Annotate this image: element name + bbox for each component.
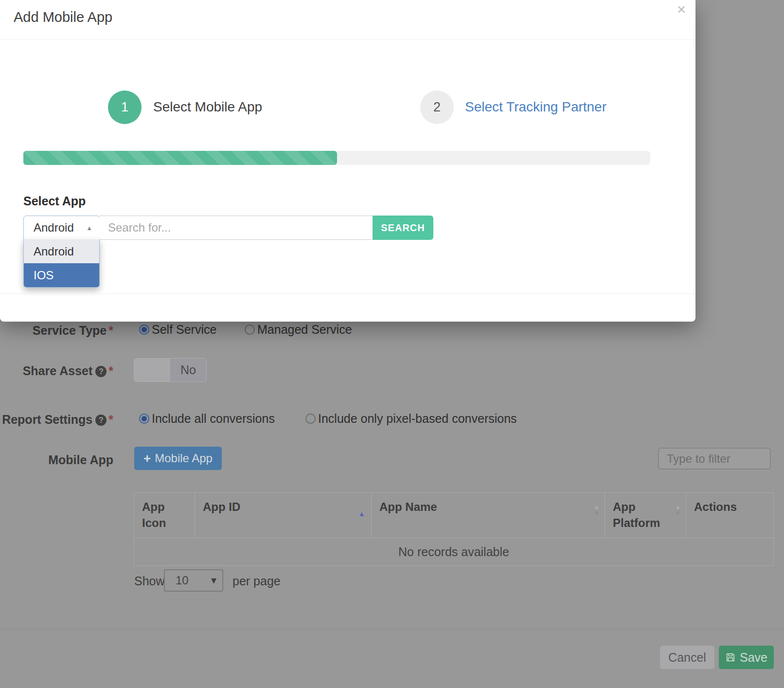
column-header-app-id[interactable]: App ID ▲ bbox=[195, 493, 372, 538]
table-header-row: App Icon App ID ▲ App Name ▲▼ App Platfo… bbox=[134, 492, 774, 538]
step-1-circle: 1 bbox=[108, 91, 142, 124]
page-size-value: 10 bbox=[176, 574, 189, 587]
progress-fill bbox=[23, 151, 337, 165]
sort-down-icon: ▼ bbox=[675, 510, 681, 516]
step-1-label: Select Mobile App bbox=[153, 99, 262, 115]
column-header-label: App Name bbox=[379, 500, 437, 513]
column-header-label: App ID bbox=[203, 500, 240, 513]
sort-asc-icon[interactable]: ▲ bbox=[358, 506, 365, 522]
column-header-actions: Actions bbox=[686, 493, 774, 538]
add-mobile-app-modal: Add Mobile App × 1 Select Mobile App 2 S… bbox=[0, 0, 695, 322]
step-2-circle[interactable]: 2 bbox=[420, 91, 454, 124]
table-empty-row: No records available bbox=[134, 538, 774, 566]
mobile-app-label: Mobile App bbox=[0, 453, 113, 467]
add-mobile-app-button-label: Mobile App bbox=[155, 452, 213, 465]
sort-icon[interactable]: ▲▼ bbox=[593, 504, 600, 516]
per-page-label: per page bbox=[232, 574, 281, 588]
service-type-label-text: Service Type bbox=[33, 324, 107, 337]
dropdown-option-android[interactable]: Android bbox=[24, 239, 99, 263]
sort-icon[interactable]: ▲▼ bbox=[675, 504, 681, 516]
radio-self-service[interactable] bbox=[139, 325, 149, 335]
modal-title: Add Mobile App bbox=[14, 9, 112, 25]
radio-managed-service-label: Managed Service bbox=[257, 323, 352, 337]
toggle-off-half: No bbox=[170, 359, 206, 381]
required-asterisk: * bbox=[107, 324, 113, 337]
cancel-button[interactable]: Cancel bbox=[660, 646, 714, 669]
required-asterisk: * bbox=[107, 413, 113, 426]
screen: Service Type* Self Service Managed Servi… bbox=[0, 0, 784, 688]
column-header-app-platform[interactable]: App Platform ▲▼ bbox=[605, 493, 686, 538]
share-asset-toggle[interactable]: No bbox=[134, 358, 207, 382]
modal-header: Add Mobile App × bbox=[0, 0, 695, 40]
radio-include-all-conversions[interactable] bbox=[139, 414, 149, 424]
required-asterisk: * bbox=[107, 364, 113, 378]
save-button-label: Save bbox=[740, 651, 767, 665]
modal-footer-divider bbox=[0, 293, 695, 294]
mobile-app-table: App Icon App ID ▲ App Name ▲▼ App Platfo… bbox=[134, 492, 774, 566]
column-header-label: App Platform bbox=[613, 500, 660, 529]
caret-up-icon: ▲ bbox=[86, 224, 92, 232]
select-app-label: Select App bbox=[23, 194, 86, 208]
show-label: Show bbox=[134, 574, 165, 588]
progress-track bbox=[23, 151, 650, 165]
save-icon bbox=[725, 652, 736, 663]
add-mobile-app-button[interactable]: + Mobile App bbox=[134, 447, 222, 470]
radio-include-all-conversions-label: Include all conversions bbox=[152, 412, 275, 426]
chevron-down-icon: ▾ bbox=[211, 574, 216, 587]
dropdown-option-ios[interactable]: IOS bbox=[24, 263, 99, 287]
radio-managed-service[interactable] bbox=[245, 325, 255, 335]
toggle-on-half bbox=[134, 359, 170, 381]
page-size-select[interactable]: 10 ▾ bbox=[164, 569, 223, 592]
service-type-label: Service Type* bbox=[0, 324, 113, 338]
share-asset-label: Share Asset?* bbox=[0, 364, 113, 378]
close-icon[interactable]: × bbox=[677, 1, 686, 18]
step-2-label[interactable]: Select Tracking Partner bbox=[465, 99, 606, 115]
share-asset-label-text: Share Asset bbox=[23, 364, 93, 378]
radio-pixel-based-conversions-label: Include only pixel-based conversions bbox=[318, 412, 517, 426]
report-settings-label: Report Settings?* bbox=[0, 413, 113, 427]
report-settings-label-text: Report Settings bbox=[2, 413, 92, 426]
help-icon: ? bbox=[95, 366, 107, 377]
app-search-input[interactable] bbox=[99, 216, 373, 240]
platform-dropdown: Android IOS bbox=[23, 239, 100, 288]
column-header-app-name[interactable]: App Name ▲▼ bbox=[372, 493, 605, 538]
save-button[interactable]: Save bbox=[719, 646, 774, 669]
search-button[interactable]: SEARCH bbox=[373, 216, 433, 240]
column-header-label: App Icon bbox=[142, 500, 166, 529]
sort-down-icon: ▼ bbox=[593, 510, 600, 516]
platform-select-value: Android bbox=[34, 221, 74, 235]
table-filter-input[interactable] bbox=[658, 448, 771, 470]
footer-divider bbox=[0, 629, 784, 630]
column-header-label: Actions bbox=[694, 500, 737, 513]
radio-pixel-based-conversions[interactable] bbox=[305, 414, 316, 424]
radio-self-service-label: Self Service bbox=[152, 323, 216, 337]
column-header-app-icon: App Icon bbox=[134, 493, 195, 538]
plus-icon: + bbox=[143, 452, 151, 465]
platform-select[interactable]: Android ▲ bbox=[23, 216, 100, 240]
help-icon: ? bbox=[95, 415, 107, 426]
